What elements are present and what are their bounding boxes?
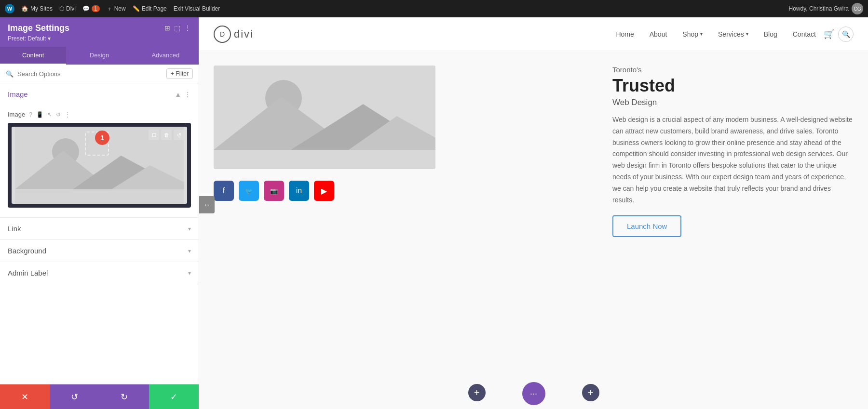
services-chevron-icon: ▾ — [746, 17, 748, 51]
image-help-icon[interactable]: ? — [29, 111, 32, 118]
image-section-header[interactable]: Image ▲ ⋮ — [0, 83, 199, 105]
image-delete-icon[interactable]: 🗑 — [161, 130, 172, 140]
shop-chevron-icon: ▾ — [700, 17, 703, 51]
image-preview: 1 ⊡ 🗑 ↺ — [8, 123, 191, 208]
image-badge: 1 — [95, 131, 109, 145]
page-subtitle: Toronto's — [612, 66, 854, 74]
home-icon: 🏠 — [21, 5, 28, 12]
divi-link[interactable]: ⬡ Divi — [59, 5, 76, 12]
panel-columns-icon[interactable]: ⬚ — [174, 24, 180, 32]
page-section-subtitle: Web Design — [612, 98, 854, 107]
admin-label-section-icons: ▾ — [188, 270, 191, 277]
edit-page-link[interactable]: ✏️ Edit Page — [133, 5, 167, 12]
panel-header-row: Image Settings Preset: Default ▾ ⊞ ⬚ ⋮ — [8, 23, 191, 42]
admin-label-section-header[interactable]: Admin Label ▾ — [0, 262, 199, 284]
nav-items: Home About Shop ▾ Services ▾ Blog Contac — [608, 17, 854, 51]
image-label: Image — [8, 111, 25, 118]
content-left: f 🐦 📷 in ▶ — [214, 66, 593, 367]
link-section-title: Link — [8, 224, 21, 233]
background-section-header[interactable]: Background ▾ — [0, 240, 199, 262]
image-section-more[interactable]: ⋮ — [184, 91, 191, 98]
twitter-icon[interactable]: 🐦 — [239, 181, 259, 201]
image-undo-icon[interactable]: ↺ — [56, 111, 61, 118]
main-image — [214, 66, 435, 169]
new-link[interactable]: ＋ New — [107, 5, 126, 13]
comment-icon: 💬 — [82, 5, 90, 12]
bottom-actions: ✕ ↺ ↻ ✓ — [0, 384, 199, 409]
nav-item-services[interactable]: Services ▾ — [710, 17, 756, 51]
image-section-content: Image ? 📱 ↖ ↺ ⋮ — [0, 105, 199, 217]
image-section-icons: ▲ ⋮ — [175, 91, 191, 98]
link-chevron-icon[interactable]: ▾ — [188, 225, 191, 232]
image-overlay-icons: ⊡ 🗑 ↺ — [149, 130, 184, 140]
logo-circle: D — [214, 26, 231, 43]
undo-button[interactable]: ↺ — [50, 384, 99, 409]
tab-content[interactable]: Content — [0, 47, 66, 65]
social-icons: f 🐦 📷 in ▶ — [214, 181, 593, 201]
comments-link[interactable]: 💬 1 — [82, 5, 100, 12]
tab-advanced[interactable]: Advanced — [133, 47, 199, 65]
save-button[interactable]: ✓ — [149, 384, 199, 409]
background-section-title: Background — [8, 247, 46, 255]
background-section-icons: ▾ — [188, 248, 191, 254]
svg-rect-5 — [214, 66, 435, 169]
panel-header-actions: ⊞ ⬚ ⋮ — [164, 24, 191, 32]
page-main-title: Trusted — [612, 76, 854, 96]
resize-handle[interactable]: ↔ — [199, 196, 215, 213]
divi-icon: ⬡ — [59, 5, 64, 12]
panel-more-icon[interactable]: ⋮ — [184, 24, 191, 32]
image-phone-icon[interactable]: 📱 — [36, 111, 43, 118]
image-more-icon[interactable]: ⋮ — [65, 111, 70, 118]
more-options-button[interactable]: ··· — [522, 382, 545, 405]
logo-text: divi — [234, 28, 254, 40]
image-cursor-icon[interactable]: ↖ — [47, 111, 52, 118]
link-section: Link ▾ — [0, 218, 199, 240]
admin-bar: W 🏠 My Sites ⬡ Divi 💬 1 ＋ New ✏️ Edit Pa… — [0, 0, 868, 17]
image-section-chevron-up[interactable]: ▲ — [175, 91, 181, 98]
nav-item-home[interactable]: Home — [608, 17, 641, 51]
nav-item-contact[interactable]: Contact — [785, 17, 824, 51]
filter-button[interactable]: + Filter — [166, 68, 193, 79]
cart-icon[interactable]: 🛒 — [824, 29, 834, 40]
image-section-title: Image — [8, 90, 28, 98]
nav-item-about[interactable]: About — [642, 17, 675, 51]
admin-bar-left: W 🏠 My Sites ⬡ Divi 💬 1 ＋ New ✏️ Edit Pa… — [5, 4, 781, 13]
youtube-icon[interactable]: ▶ — [314, 181, 334, 201]
add-column-left-button[interactable]: + — [468, 384, 486, 401]
image-section: Image ▲ ⋮ Image ? 📱 ↖ ↺ ⋮ — [0, 83, 199, 218]
main-wrapper: Image Settings Preset: Default ▾ ⊞ ⬚ ⋮ C… — [0, 17, 868, 409]
panel-preset[interactable]: Preset: Default ▾ — [8, 35, 69, 42]
cancel-button[interactable]: ✕ — [0, 384, 50, 409]
search-nav-button[interactable]: 🔍 — [838, 26, 854, 42]
content-right: Toronto's Trusted Web Design Web design … — [612, 66, 854, 367]
image-select-icon[interactable]: ⊡ — [149, 130, 159, 140]
search-input[interactable] — [17, 70, 163, 78]
admin-label-chevron-icon[interactable]: ▾ — [188, 270, 191, 277]
link-section-header[interactable]: Link ▾ — [0, 218, 199, 239]
howdy-text: Howdy, Christina Gwira CG — [789, 3, 863, 14]
page-description: Web design is a crucial aspect of any mo… — [612, 114, 854, 206]
builder-controls: + + ··· — [199, 376, 868, 409]
exit-builder-link[interactable]: Exit Visual Builder — [174, 5, 220, 12]
redo-button[interactable]: ↻ — [99, 384, 149, 409]
image-reset-icon[interactable]: ↺ — [174, 130, 184, 140]
wp-logo-icon[interactable]: W — [5, 4, 14, 13]
site-logo: D divi — [214, 26, 254, 43]
admin-label-section-title: Admin Label — [8, 269, 48, 277]
link-section-icons: ▾ — [188, 225, 191, 232]
launch-button[interactable]: Launch Now — [612, 215, 681, 237]
tab-design[interactable]: Design — [66, 47, 132, 65]
nav-item-shop[interactable]: Shop ▾ — [675, 17, 710, 51]
background-chevron-icon[interactable]: ▾ — [188, 248, 191, 254]
avatar: CG — [852, 3, 863, 14]
add-column-right-button[interactable]: + — [582, 384, 599, 401]
facebook-icon[interactable]: f — [214, 181, 234, 201]
panel-tabs: Content Design Advanced — [0, 47, 199, 65]
instagram-icon[interactable]: 📷 — [264, 181, 284, 201]
nav-item-blog[interactable]: Blog — [756, 17, 785, 51]
my-sites-link[interactable]: 🏠 My Sites — [21, 5, 53, 12]
linkedin-icon[interactable]: in — [289, 181, 309, 201]
panel-header: Image Settings Preset: Default ▾ ⊞ ⬚ ⋮ — [0, 17, 199, 47]
image-label-row: Image ? 📱 ↖ ↺ ⋮ — [8, 111, 191, 118]
panel-resize-icon[interactable]: ⊞ — [164, 24, 170, 32]
